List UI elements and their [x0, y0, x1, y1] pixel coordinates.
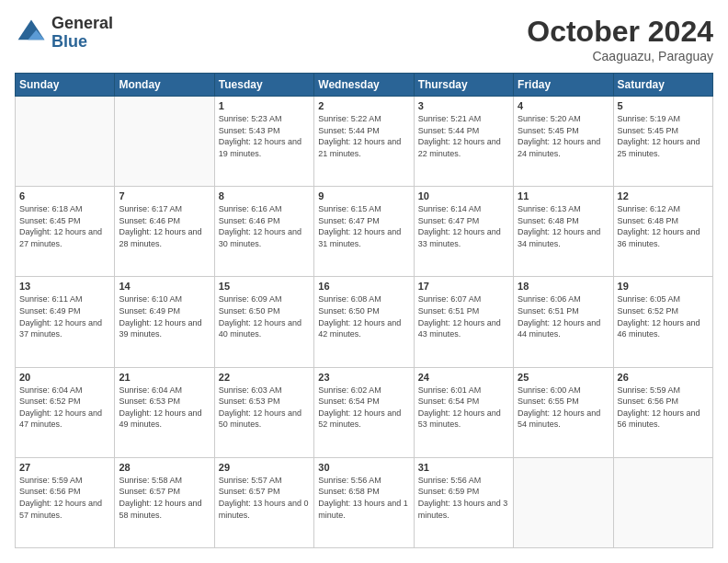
calendar-cell: 6Sunrise: 6:18 AM Sunset: 6:45 PM Daylig… [16, 187, 115, 277]
day-info: Sunrise: 6:01 AM Sunset: 6:54 PM Dayligh… [418, 385, 509, 431]
day-info: Sunrise: 6:04 AM Sunset: 6:53 PM Dayligh… [119, 385, 210, 431]
day-info: Sunrise: 5:19 AM Sunset: 5:45 PM Dayligh… [618, 113, 709, 159]
calendar-cell: 10Sunrise: 6:14 AM Sunset: 6:47 PM Dayli… [414, 187, 513, 277]
calendar-cell [613, 457, 712, 547]
day-number: 22 [219, 372, 310, 383]
day-number: 6 [19, 190, 110, 201]
day-header-tuesday: Tuesday [214, 74, 313, 97]
day-info: Sunrise: 6:13 AM Sunset: 6:48 PM Dayligh… [518, 203, 609, 249]
header: General Blue October 2024 Caaguazu, Para… [15, 15, 713, 63]
calendar-cell: 30Sunrise: 5:56 AM Sunset: 6:58 PM Dayli… [314, 457, 414, 547]
day-number: 21 [119, 372, 210, 383]
day-info: Sunrise: 5:59 AM Sunset: 6:56 PM Dayligh… [618, 385, 709, 431]
day-info: Sunrise: 6:04 AM Sunset: 6:52 PM Dayligh… [19, 385, 110, 431]
calendar-cell [115, 97, 214, 187]
logo-text: General Blue [51, 15, 113, 52]
calendar-header-row: SundayMondayTuesdayWednesdayThursdayFrid… [16, 74, 713, 97]
day-info: Sunrise: 6:08 AM Sunset: 6:50 PM Dayligh… [318, 293, 409, 339]
calendar-cell: 5Sunrise: 5:19 AM Sunset: 5:45 PM Daylig… [613, 97, 712, 187]
calendar-cell: 27Sunrise: 5:59 AM Sunset: 6:56 PM Dayli… [16, 457, 115, 547]
day-number: 17 [418, 281, 509, 292]
calendar-cell: 4Sunrise: 5:20 AM Sunset: 5:45 PM Daylig… [514, 97, 613, 187]
day-info: Sunrise: 6:17 AM Sunset: 6:46 PM Dayligh… [119, 203, 210, 249]
week-row-1: 1Sunrise: 5:23 AM Sunset: 5:43 PM Daylig… [16, 97, 713, 187]
day-number: 2 [318, 100, 409, 111]
day-info: Sunrise: 6:03 AM Sunset: 6:53 PM Dayligh… [219, 385, 310, 431]
day-info: Sunrise: 6:12 AM Sunset: 6:48 PM Dayligh… [618, 203, 709, 249]
day-info: Sunrise: 6:16 AM Sunset: 6:46 PM Dayligh… [219, 203, 310, 249]
day-info: Sunrise: 5:59 AM Sunset: 6:56 PM Dayligh… [19, 475, 110, 521]
day-number: 15 [219, 281, 310, 292]
calendar-cell: 26Sunrise: 5:59 AM Sunset: 6:56 PM Dayli… [613, 367, 712, 457]
day-info: Sunrise: 5:56 AM Sunset: 6:58 PM Dayligh… [318, 475, 409, 521]
calendar-cell: 22Sunrise: 6:03 AM Sunset: 6:53 PM Dayli… [214, 367, 313, 457]
day-number: 1 [219, 100, 310, 111]
calendar-cell: 7Sunrise: 6:17 AM Sunset: 6:46 PM Daylig… [115, 187, 214, 277]
calendar-cell: 9Sunrise: 6:15 AM Sunset: 6:47 PM Daylig… [314, 187, 414, 277]
calendar-cell: 8Sunrise: 6:16 AM Sunset: 6:46 PM Daylig… [214, 187, 313, 277]
day-number: 7 [119, 190, 210, 201]
day-number: 28 [119, 462, 210, 473]
calendar-cell: 17Sunrise: 6:07 AM Sunset: 6:51 PM Dayli… [414, 277, 513, 367]
day-number: 14 [119, 281, 210, 292]
day-number: 27 [19, 462, 110, 473]
day-info: Sunrise: 5:58 AM Sunset: 6:57 PM Dayligh… [119, 475, 210, 521]
day-header-friday: Friday [514, 74, 613, 97]
day-info: Sunrise: 5:57 AM Sunset: 6:57 PM Dayligh… [219, 475, 310, 521]
calendar-cell: 24Sunrise: 6:01 AM Sunset: 6:54 PM Dayli… [414, 367, 513, 457]
day-number: 31 [418, 462, 509, 473]
week-row-5: 27Sunrise: 5:59 AM Sunset: 6:56 PM Dayli… [16, 457, 713, 547]
day-header-monday: Monday [115, 74, 214, 97]
calendar-cell: 29Sunrise: 5:57 AM Sunset: 6:57 PM Dayli… [214, 457, 313, 547]
day-number: 25 [518, 372, 609, 383]
calendar-cell: 16Sunrise: 6:08 AM Sunset: 6:50 PM Dayli… [314, 277, 414, 367]
day-info: Sunrise: 5:22 AM Sunset: 5:44 PM Dayligh… [318, 113, 409, 159]
day-info: Sunrise: 6:14 AM Sunset: 6:47 PM Dayligh… [418, 203, 509, 249]
calendar-cell: 11Sunrise: 6:13 AM Sunset: 6:48 PM Dayli… [514, 187, 613, 277]
calendar-cell: 1Sunrise: 5:23 AM Sunset: 5:43 PM Daylig… [214, 97, 313, 187]
logo-icon [15, 17, 48, 50]
day-header-thursday: Thursday [414, 74, 513, 97]
day-info: Sunrise: 6:18 AM Sunset: 6:45 PM Dayligh… [19, 203, 110, 249]
week-row-2: 6Sunrise: 6:18 AM Sunset: 6:45 PM Daylig… [16, 187, 713, 277]
calendar-cell: 13Sunrise: 6:11 AM Sunset: 6:49 PM Dayli… [16, 277, 115, 367]
logo: General Blue [15, 15, 113, 52]
calendar-cell: 3Sunrise: 5:21 AM Sunset: 5:44 PM Daylig… [414, 97, 513, 187]
day-number: 20 [19, 372, 110, 383]
day-number: 9 [318, 190, 409, 201]
day-info: Sunrise: 6:07 AM Sunset: 6:51 PM Dayligh… [418, 293, 509, 339]
day-info: Sunrise: 6:05 AM Sunset: 6:52 PM Dayligh… [618, 293, 709, 339]
day-info: Sunrise: 6:10 AM Sunset: 6:49 PM Dayligh… [119, 293, 210, 339]
day-info: Sunrise: 6:09 AM Sunset: 6:50 PM Dayligh… [219, 293, 310, 339]
day-number: 16 [318, 281, 409, 292]
day-header-saturday: Saturday [613, 74, 712, 97]
day-number: 30 [318, 462, 409, 473]
calendar-cell: 21Sunrise: 6:04 AM Sunset: 6:53 PM Dayli… [115, 367, 214, 457]
day-header-wednesday: Wednesday [314, 74, 414, 97]
day-header-sunday: Sunday [16, 74, 115, 97]
day-info: Sunrise: 5:20 AM Sunset: 5:45 PM Dayligh… [518, 113, 609, 159]
day-number: 19 [618, 281, 709, 292]
day-info: Sunrise: 6:02 AM Sunset: 6:54 PM Dayligh… [318, 385, 409, 431]
day-number: 5 [618, 100, 709, 111]
day-number: 4 [518, 100, 609, 111]
calendar-cell: 19Sunrise: 6:05 AM Sunset: 6:52 PM Dayli… [613, 277, 712, 367]
day-number: 13 [19, 281, 110, 292]
calendar-cell: 28Sunrise: 5:58 AM Sunset: 6:57 PM Dayli… [115, 457, 214, 547]
calendar-cell [514, 457, 613, 547]
location: Caaguazu, Paraguay [527, 49, 713, 63]
calendar-cell: 12Sunrise: 6:12 AM Sunset: 6:48 PM Dayli… [613, 187, 712, 277]
calendar-cell: 15Sunrise: 6:09 AM Sunset: 6:50 PM Dayli… [214, 277, 313, 367]
calendar-cell: 23Sunrise: 6:02 AM Sunset: 6:54 PM Dayli… [314, 367, 414, 457]
calendar-cell: 20Sunrise: 6:04 AM Sunset: 6:52 PM Dayli… [16, 367, 115, 457]
day-number: 8 [219, 190, 310, 201]
calendar-table: SundayMondayTuesdayWednesdayThursdayFrid… [15, 73, 713, 548]
month-title: October 2024 [527, 15, 713, 49]
page: General Blue October 2024 Caaguazu, Para… [0, 0, 728, 563]
week-row-4: 20Sunrise: 6:04 AM Sunset: 6:52 PM Dayli… [16, 367, 713, 457]
week-row-3: 13Sunrise: 6:11 AM Sunset: 6:49 PM Dayli… [16, 277, 713, 367]
day-info: Sunrise: 5:21 AM Sunset: 5:44 PM Dayligh… [418, 113, 509, 159]
day-number: 26 [618, 372, 709, 383]
calendar-cell: 25Sunrise: 6:00 AM Sunset: 6:55 PM Dayli… [514, 367, 613, 457]
day-info: Sunrise: 6:15 AM Sunset: 6:47 PM Dayligh… [318, 203, 409, 249]
